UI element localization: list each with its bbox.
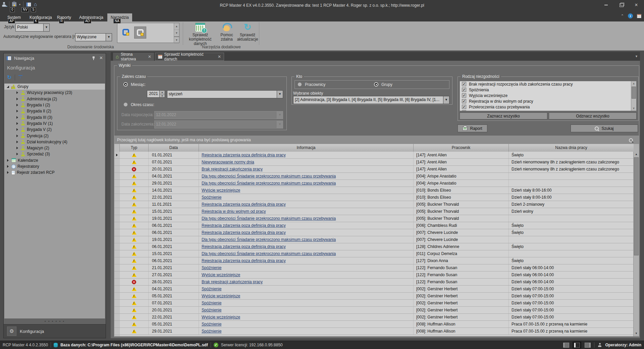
info-link[interactable]: Rejestracja zdarzenia poza definicją dni… [202, 202, 286, 207]
info-link[interactable]: Dla typu obecności Śniadanie przekroczon… [202, 181, 336, 186]
select-all-button[interactable]: Zaznacz wszystko [460, 112, 547, 119]
expand-arrow-icon[interactable] [16, 134, 19, 138]
collapse-ribbon-icon[interactable]: ⌃ [621, 14, 624, 18]
info-icon[interactable]: i [628, 13, 633, 18]
column-header-informacja[interactable]: Informacja [199, 144, 414, 152]
panel-toggle-pressed[interactable] [573, 342, 581, 348]
table-row[interactable]: 07.01.2021Niewypracowanie normy dnia[147… [114, 159, 634, 166]
nav-tree-item[interactable]: Administracja (2) [4, 96, 105, 102]
nav-tree-item[interactable]: Magazyn (2) [4, 145, 105, 151]
table-row[interactable]: 15.01.2021Dla typu obecności Śniadanie p… [114, 250, 634, 257]
selected-objects-combo[interactable]: [2] Administracja, [3] Brygada I, [4] Br… [293, 96, 449, 104]
table-row[interactable]: 22.01.2021Spóźnienie[010]: Bonds EliseoD… [114, 194, 634, 201]
minimize-button[interactable] [600, 1, 612, 9]
deselect-all-button[interactable]: Odznacz wszystko [549, 112, 637, 119]
tab-konfiguracja[interactable]: Konfiguracja [26, 13, 55, 21]
navigation-panel-icon[interactable] [26, 2, 31, 7]
table-row[interactable]: 06.01.2021Rejestracja zdarzenia poza def… [114, 222, 634, 229]
checkbox-checked-icon[interactable]: ✓ [462, 88, 466, 92]
discrepancy-item[interactable]: ✓Przekroczenia czasu przebywania [460, 104, 636, 110]
window-layout-icon[interactable] [637, 14, 641, 18]
table-row[interactable]: 20.01.2021Brak rejestracji zakończenia p… [114, 166, 634, 173]
collapse-all-icon[interactable]: ↑ [18, 75, 22, 80]
refresh-icon[interactable]: ↻ [7, 75, 11, 80]
table-row[interactable]: 05.01.2021Wyjście wcześniejsze[002]: Ger… [114, 293, 634, 300]
start-page-icon[interactable]: ⌂ [34, 2, 37, 7]
scroll-up-icon[interactable]: ∧ [631, 81, 636, 86]
column-header-pracownik[interactable]: Pracownik [414, 144, 509, 152]
expand-arrow-icon[interactable] [16, 91, 19, 94]
table-row[interactable]: 06.01.2021Rejestracja zdarzenia poza def… [114, 243, 634, 250]
info-link[interactable]: Dla typu obecności Śniadanie przekroczon… [202, 237, 336, 242]
info-link[interactable]: Wyjście wcześniejsze [202, 294, 240, 298]
tab-list-chevron-icon[interactable]: ▼ [635, 55, 638, 58]
nav-tree-item[interactable]: Brygada I (2) [4, 102, 105, 108]
expand-arrow-icon[interactable] [16, 116, 19, 119]
company-icon[interactable] [12, 2, 16, 6]
listbox-scrollbar[interactable]: ∧∨ [631, 81, 636, 111]
table-row[interactable]: 27.01.2021Wyjście wcześniejsze[122]: Fer… [114, 271, 634, 279]
restore-button[interactable] [616, 1, 627, 9]
filter-search-icon[interactable] [629, 138, 633, 142]
expand-arrow-icon[interactable] [16, 97, 19, 101]
table-row[interactable]: 11.01.2021Rejestracja zdarzenia poza def… [114, 201, 634, 208]
info-link[interactable]: Rejestracja zdarzenia poza definicją dni… [202, 223, 286, 228]
nav-tree-item[interactable]: Sprzedaż (3) [4, 151, 105, 157]
info-link[interactable]: Spóźnienie [202, 195, 221, 200]
table-row[interactable]: 20.01.2021Spóźnienie[002]: Gerstner Herb… [114, 307, 634, 314]
doc-tab-sprawdz-kompletnosc[interactable]: Sprawdź kompletność danych ✕ [155, 53, 224, 61]
scroll-up-icon[interactable]: ▲ [634, 152, 639, 157]
check-updates-button[interactable]: ↻ Sprawdź aktualizacje [235, 23, 260, 42]
expand-arrow-icon[interactable] [16, 152, 19, 156]
close-icon[interactable]: ✕ [99, 56, 103, 60]
table-row[interactable]: 06.01.2021Rejestracja zdarzenia poza def… [114, 229, 634, 236]
nav-tree-item[interactable]: Rejestr zdarzeń RCP [4, 169, 105, 176]
nav-tree-item[interactable]: Wszyscy pracownicy (23) [4, 90, 105, 96]
groupby-bar[interactable]: Przeciągnij tutaj nagłówek kolumny, jeśl… [114, 136, 639, 144]
layout-toggle-icon[interactable] [563, 343, 569, 348]
spin-down-icon[interactable]: ▼ [160, 94, 165, 98]
theme-option-blue[interactable] [120, 27, 131, 38]
scroll-up-icon[interactable]: ▲ [174, 23, 179, 30]
operator-clock-icon[interactable] [2, 2, 6, 7]
nav-tree-item[interactable]: Brygada II (2) [4, 108, 105, 114]
info-link[interactable]: Spóźnienie [202, 265, 221, 270]
info-link[interactable]: Spóźnienie [202, 308, 221, 312]
table-row[interactable]: 21.01.2021Spóźnienie[122]: Fernando Susa… [114, 264, 634, 271]
year-spinner[interactable]: 2021 ▲▼ [147, 90, 165, 98]
table-vertical-scrollbar[interactable]: ▲ ▼ [633, 152, 639, 336]
info-link[interactable]: Dla typu obecności Śniadanie przekroczon… [202, 216, 336, 221]
scroll-down-icon[interactable]: ▼ [174, 30, 179, 37]
info-link[interactable]: Dla typu obecności Śniadanie przekroczon… [202, 174, 336, 179]
nav-tree-item[interactable]: Grupy [4, 84, 105, 90]
search-button[interactable]: Szukaj [571, 124, 638, 132]
info-link[interactable]: Dla typu obecności Śniadanie przekroczon… [202, 251, 336, 256]
table-row[interactable]: 19.01.2021Dla typu obecności Śniadanie p… [114, 236, 634, 243]
info-link[interactable]: Rejestracja zdarzenia poza definicją dni… [202, 153, 286, 157]
info-link[interactable]: Rejestracja zdarzenia poza definicją dni… [202, 258, 286, 263]
scrollbar-thumb[interactable] [634, 157, 639, 255]
expand-arrow-icon[interactable] [16, 103, 19, 107]
discrepancy-item[interactable]: ✓Wyjścia wcześniejsze [460, 93, 636, 98]
column-header-nazwa-dnia[interactable]: Nazwa dnia pracy [509, 144, 634, 152]
column-header-data[interactable]: Data [149, 144, 199, 152]
expand-arrow-icon[interactable] [6, 165, 10, 168]
check-data-completeness-button[interactable]: ! Sprawdź kompletność danych [184, 23, 216, 46]
discrepancy-item[interactable]: ✓Spóźnienia [460, 87, 636, 93]
expand-arrow-icon[interactable] [6, 171, 10, 174]
checkbox-checked-icon[interactable]: ✓ [462, 82, 466, 86]
gallery-more-icon[interactable]: ▼ [174, 37, 179, 44]
remote-help-button[interactable]: Pomoc zdalna [216, 23, 237, 42]
expand-arrow-icon[interactable] [16, 140, 19, 144]
info-link[interactable]: Spóźnienie [202, 287, 221, 291]
info-link[interactable]: Brak rejestracji zakończenia pracy [202, 280, 263, 284]
table-row[interactable]: 22.01.2021Wyjście wcześniejsze[002]: Ger… [114, 314, 634, 321]
table-row[interactable]: 05.01.2021Spóźnienie[008]: Huffman Allis… [114, 321, 634, 328]
checkbox-checked-icon[interactable]: ✓ [462, 99, 466, 103]
report-button[interactable]: Raport [458, 124, 487, 132]
nav-tree-item[interactable]: Brygada IV (1) [4, 120, 105, 127]
theme-option-gray[interactable] [134, 27, 146, 39]
scrollbar-thumb[interactable] [632, 87, 636, 99]
info-link[interactable]: Rejestracja w dniu wolnym od pracy [202, 209, 266, 214]
info-link[interactable]: Rejestracja zdarzenia poza definicją dni… [202, 244, 286, 249]
